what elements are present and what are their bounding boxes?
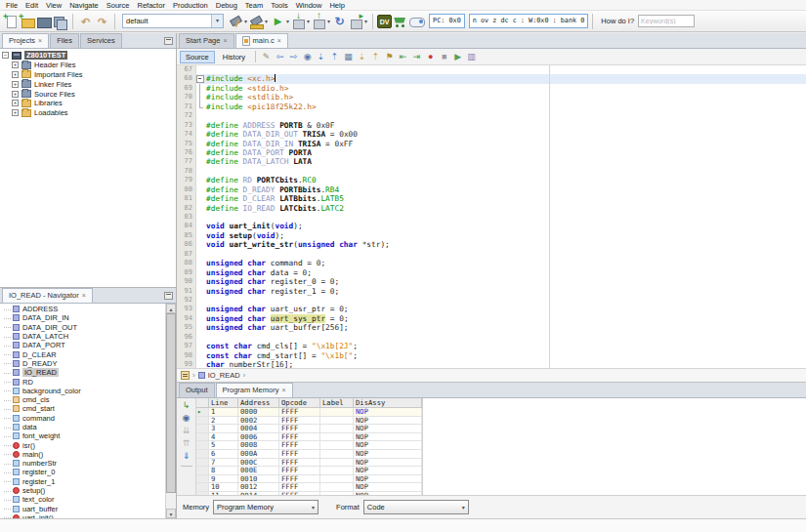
new-file-icon[interactable]: [2, 14, 19, 29]
start-macro-icon[interactable]: ▶: [451, 51, 464, 63]
code-text[interactable]: const char cmd_start[] = "\x1b[";: [204, 351, 806, 360]
tab-projects[interactable]: Projects×: [2, 33, 49, 48]
navigator-item-font-weight[interactable]: font_weight: [0, 431, 164, 440]
line-number[interactable]: 84: [177, 222, 196, 230]
program-device-icon[interactable]: [290, 14, 307, 29]
line-number[interactable]: 95: [177, 323, 196, 332]
close-icon[interactable]: ×: [38, 37, 42, 44]
shift-right-icon[interactable]: ⇥: [410, 51, 423, 63]
scroll-down-icon[interactable]: ▼: [166, 509, 176, 518]
menu-view[interactable]: View: [42, 1, 65, 10]
tab-files[interactable]: Files: [50, 33, 79, 48]
line-number[interactable]: 96: [177, 333, 196, 342]
line-number[interactable]: 69: [177, 84, 196, 93]
line-number[interactable]: 75: [177, 140, 196, 148]
line-number[interactable]: 86: [177, 240, 196, 249]
close-icon[interactable]: ×: [223, 37, 227, 44]
next-occurrence-icon[interactable]: ⇣: [356, 51, 368, 63]
close-icon[interactable]: ×: [281, 387, 285, 393]
navigator-item-uart-buffer[interactable]: uart_buffer: [0, 505, 164, 513]
memory-row[interactable]: 50008FFFFNOP: [196, 441, 422, 450]
history-icon[interactable]: [181, 371, 190, 380]
fold-column[interactable]: [196, 102, 204, 111]
doc-tab-start-page[interactable]: Start Page×: [179, 33, 234, 48]
back-icon[interactable]: ⇦: [274, 51, 286, 63]
code-text[interactable]: [204, 65, 806, 74]
fold-column[interactable]: [196, 74, 204, 83]
line-number[interactable]: 71: [177, 102, 196, 111]
navigator-item-isr[interactable]: isr(): [0, 440, 164, 449]
line-number[interactable]: 72: [177, 111, 196, 120]
memory-row[interactable]: 40006FFFFNOP: [196, 433, 422, 442]
navigator-item-address[interactable]: ADDRESS: [0, 305, 164, 313]
line-number[interactable]: 97: [177, 342, 196, 350]
line-number[interactable]: 73: [177, 121, 196, 130]
line-number[interactable]: 68: [177, 74, 196, 83]
tree-node-libraries[interactable]: +Libraries: [0, 99, 176, 108]
navigator-item-data-port[interactable]: DATA_PORT: [0, 341, 164, 349]
mplab-store-icon[interactable]: [392, 14, 408, 29]
find-memory-icon[interactable]: ◉: [180, 413, 193, 424]
code-text[interactable]: void setup(void);: [204, 231, 806, 240]
menu-file[interactable]: File: [2, 1, 21, 10]
line-number[interactable]: 89: [177, 268, 196, 277]
memory-row[interactable]: 6000AFFFFNOP: [196, 450, 422, 459]
tab-services[interactable]: Services: [80, 33, 122, 48]
menu-refactor[interactable]: Refactor: [134, 1, 169, 10]
code-text[interactable]: const char cmd_cls[] = "\x1b[2J";: [204, 342, 806, 350]
code-text[interactable]: unsigned char register_1 = 0;: [204, 287, 806, 296]
code-text[interactable]: void uart_write_str(unsigned char *str);: [204, 240, 806, 249]
line-number[interactable]: 78: [177, 167, 196, 176]
run-project-icon[interactable]: ▶: [270, 14, 286, 29]
memory-select[interactable]: Program Memory ▾: [213, 500, 318, 514]
minimize-panel-icon[interactable]: [164, 37, 173, 45]
code-text[interactable]: #define ADDRESS PORTB & 0x0F: [204, 121, 806, 130]
clean-build-icon[interactable]: [248, 14, 265, 29]
new-project-icon[interactable]: [19, 14, 35, 29]
menu-debug[interactable]: Debug: [212, 1, 241, 10]
undo-icon[interactable]: ↶: [77, 14, 94, 29]
code-text[interactable]: void uart_init(void);: [204, 222, 806, 230]
output-tab-program-memory[interactable]: Program Memory×: [216, 383, 293, 397]
code-text[interactable]: unsigned char uart_buffer[256];: [204, 323, 806, 332]
toggle-bookmark-icon[interactable]: ⚑: [383, 51, 396, 63]
tree-node-loadables[interactable]: +Loadables: [0, 108, 176, 118]
navigator-item-rd[interactable]: RD: [0, 377, 164, 386]
code-text[interactable]: [204, 333, 806, 342]
tree-node-linker-files[interactable]: +Linker Files: [0, 79, 176, 89]
line-number[interactable]: 67: [177, 65, 196, 74]
line-number[interactable]: 81: [177, 194, 196, 203]
line-number[interactable]: 85: [177, 231, 196, 240]
line-number[interactable]: 79: [177, 176, 196, 184]
scrollbar-thumb[interactable]: [166, 313, 176, 493]
keyword-search-input[interactable]: [638, 15, 695, 27]
code-text[interactable]: #include <stdio.h>: [204, 84, 806, 93]
code-text[interactable]: #define D_READY PORTBbits.RB4: [204, 185, 806, 194]
shift-left-icon[interactable]: ⇤: [397, 51, 409, 63]
navigator-item-register-1[interactable]: register_1: [0, 477, 164, 486]
code-text[interactable]: #define DATA_DIR_IN TRISA = 0xFF: [204, 140, 806, 148]
line-number[interactable]: 77: [177, 157, 196, 166]
navigator-item-data-dir-out[interactable]: DATA_DIR_OUT: [0, 323, 164, 332]
code-text[interactable]: #include <xc.h>: [204, 74, 806, 83]
open-project-icon[interactable]: [35, 14, 52, 29]
page-down-icon[interactable]: ⇊: [180, 426, 193, 436]
output-tab-output[interactable]: Output: [179, 383, 215, 397]
select-in-projects-icon[interactable]: ▦: [342, 51, 355, 63]
tab-navigator[interactable]: IO_READ - Navigator ×: [2, 288, 93, 303]
code-text[interactable]: #include <pic18f25k22.h>: [204, 102, 806, 111]
line-number[interactable]: 92: [177, 296, 196, 305]
navigator-item-data-dir-in[interactable]: DATA_DIR_IN: [0, 313, 164, 322]
navigator-item-setup[interactable]: setup(): [0, 486, 164, 495]
code-text[interactable]: unsigned char command = 0;: [204, 259, 806, 267]
expander-icon[interactable]: +: [12, 61, 19, 68]
find-selection-icon[interactable]: ◉: [301, 51, 314, 63]
last-edit-icon[interactable]: ✎: [260, 51, 273, 63]
line-number[interactable]: 76: [177, 148, 196, 157]
memory-row[interactable]: 100012FFFFNOP: [196, 483, 422, 492]
menu-team[interactable]: Team: [241, 1, 267, 10]
view-history[interactable]: History: [217, 51, 251, 63]
code-text[interactable]: [204, 250, 806, 259]
code-text[interactable]: [204, 111, 806, 120]
doc-tab-main-c[interactable]: main.c×: [235, 33, 288, 48]
